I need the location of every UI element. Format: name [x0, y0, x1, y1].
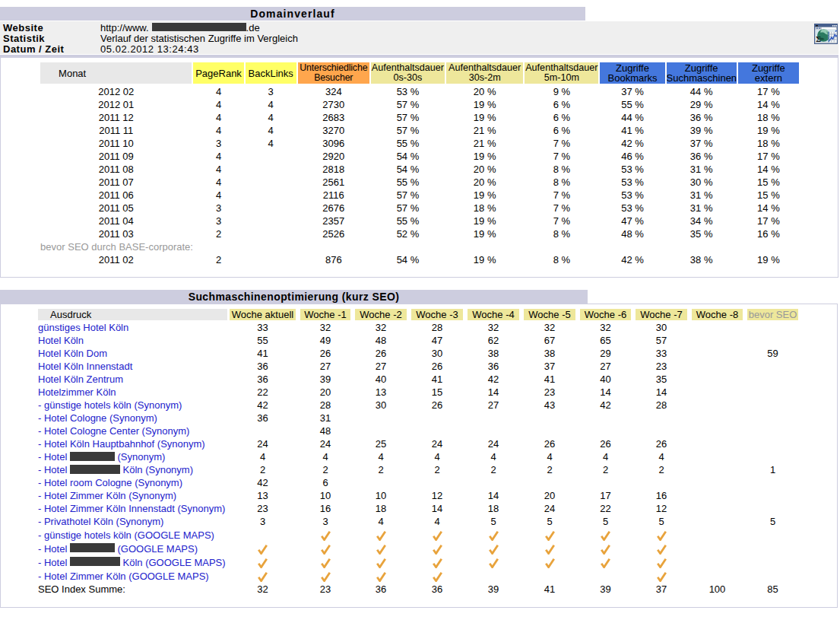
svg-text:Σ: Σ	[816, 35, 821, 43]
